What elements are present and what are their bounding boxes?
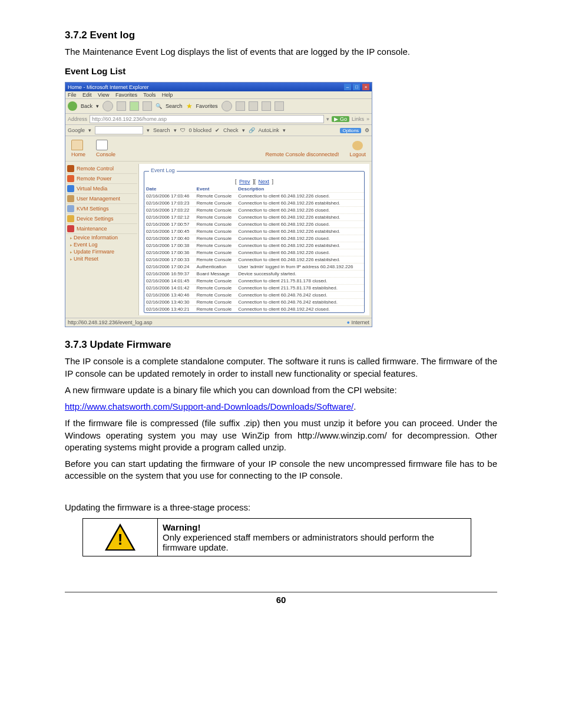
remote-status: Remote Console disconnected! (265, 151, 339, 157)
autolink-label: AutoLink (259, 127, 279, 133)
options-button[interactable]: Options (340, 128, 361, 133)
maximize-icon[interactable]: □ (353, 84, 360, 90)
table-row: 02/16/2006 16:59:37Board MessageDevice s… (144, 271, 364, 278)
forward-icon[interactable] (103, 101, 113, 111)
back-label: Back (81, 103, 92, 109)
table-row: 02/16/2006 17:00:57Remote ConsoleConnect… (144, 221, 364, 228)
pager: [ Prev ][ Next ] (144, 177, 364, 186)
sidebar-sub-event-log[interactable]: Event Log (70, 241, 137, 248)
table-row: 02/16/2006 17:02:12Remote ConsoleConnect… (144, 214, 364, 221)
paragraph: The IP console is a complete standalone … (65, 355, 497, 380)
device-settings-icon (67, 215, 74, 222)
next-link[interactable]: Next (259, 179, 270, 185)
screenshot-ie-window: Home - Microsoft Internet Explorer – □ ×… (65, 82, 372, 327)
sidebar-item-device-settings[interactable]: Device Settings (67, 214, 137, 224)
minimize-icon[interactable]: – (344, 84, 351, 90)
menu-file[interactable]: File (68, 92, 77, 98)
table-row: 02/16/2006 14:01:42Remote ConsoleConnect… (144, 285, 364, 292)
sidebar-item-user-management[interactable]: User Management (67, 194, 137, 204)
period: . (353, 401, 356, 411)
warning-icon: ! (105, 523, 135, 551)
logout-icon[interactable] (352, 141, 363, 150)
search-icon[interactable]: 🔍 (156, 103, 162, 109)
paragraph: Before you can start updating the firmwa… (65, 458, 497, 482)
warning-title: Warning! (163, 522, 200, 532)
table-row: 02/16/2006 17:00:33Remote ConsoleConnect… (144, 256, 364, 263)
prev-link[interactable]: Prev (239, 179, 250, 185)
sidebar-item-virtual-media[interactable]: Virtual Media (67, 184, 137, 194)
table-row: 02/16/2006 17:00:40Remote ConsoleConnect… (144, 235, 364, 242)
sidebar-item-kvm-settings[interactable]: KVM Settings (67, 204, 137, 214)
spellcheck-icon[interactable]: ✔ (215, 127, 220, 133)
table-row: 02/16/2006 17:03:23Remote ConsoleConnect… (144, 200, 364, 207)
warning-text: Only experienced staff members or admini… (163, 532, 434, 552)
favorites-icon[interactable]: ★ (186, 102, 193, 110)
table-row: 02/16/2006 17:00:38Remote ConsoleConnect… (144, 242, 364, 249)
table-row: 02/16/2006 17:00:24AuthenticationUser 'a… (144, 263, 364, 271)
links-label[interactable]: Links (352, 116, 364, 122)
google-search-input[interactable] (95, 126, 143, 134)
console-nav-icon[interactable] (96, 140, 108, 150)
table-row: 02/16/2006 17:00:45Remote ConsoleConnect… (144, 228, 364, 235)
app-top-nav: Home Console Remote Console disconnected… (65, 136, 372, 162)
ie-toolbar: Back ▾ 🔍 Search ★ Favorites (65, 99, 372, 114)
table-row: 02/16/2006 17:00:36Remote ConsoleConnect… (144, 249, 364, 256)
print-icon[interactable] (249, 101, 258, 111)
console-nav-label: Console (96, 151, 115, 157)
messenger-icon[interactable] (275, 101, 284, 111)
sidebar-sub-unit-reset[interactable]: Unit Reset (70, 255, 137, 262)
sidebar-item-remote-control[interactable]: Remote Control (67, 164, 137, 174)
history-icon[interactable] (222, 101, 232, 111)
address-input[interactable]: http://60.248.192.236/home.asp (90, 115, 324, 123)
download-link[interactable]: http://www.chatsworth.com/Support-and-Do… (65, 401, 353, 411)
subheading-event-log-list: Event Log List (65, 66, 497, 76)
status-bar: http://60.248.192.236/event_log.asp Inte… (65, 318, 372, 327)
sidebar-item-maintenance[interactable]: Maintenance (67, 224, 137, 234)
google-toolbar: Google▾ ▾ Search▾ 🛡 0 blocked ✔ Check▾ 🔗… (65, 125, 372, 136)
col-date: Date (144, 186, 195, 193)
home-icon[interactable] (143, 101, 152, 111)
paragraph: Updating the firmware is a three-stage p… (65, 502, 497, 513)
google-label: Google (68, 127, 85, 133)
refresh-icon[interactable] (130, 101, 139, 111)
home-nav-icon[interactable] (71, 140, 83, 150)
google-search-button[interactable]: Search (153, 127, 170, 133)
autolink-icon[interactable]: 🔗 (249, 127, 255, 133)
warning-box: ! Warning! Only experienced staff member… (82, 518, 471, 556)
popup-blocker-icon[interactable]: 🛡 (180, 127, 186, 133)
table-row: 02/16/2006 13:40:30Remote ConsoleConnect… (144, 299, 364, 306)
sidebar-item-remote-power[interactable]: Remote Power (67, 174, 137, 184)
menu-help[interactable]: Help (162, 92, 173, 98)
menu-view[interactable]: View (98, 92, 109, 98)
table-row: 02/16/2006 13:40:46Remote ConsoleConnect… (144, 292, 364, 299)
menu-tools[interactable]: Tools (143, 92, 156, 98)
settings-icon[interactable]: ⚙ (365, 127, 369, 133)
search-label: Search (166, 103, 183, 109)
back-icon[interactable] (68, 101, 77, 111)
stop-icon[interactable] (117, 101, 126, 111)
edit-icon[interactable] (262, 101, 271, 111)
sidebar-sub-device-info[interactable]: Device Information (70, 234, 137, 241)
window-title: Home - Microsoft Internet Explorer (68, 84, 149, 90)
paragraph: A new firmware update is a binary file w… (65, 384, 497, 396)
menu-favorites[interactable]: Favorites (115, 92, 137, 98)
page-number: 60 (65, 592, 497, 605)
mail-icon[interactable] (236, 101, 245, 111)
paragraph: The Maintenance Event Log displays the l… (65, 46, 497, 58)
heading-event-log: 3.7.2 Event log (65, 29, 497, 41)
table-row: 02/16/2006 17:03:46Remote ConsoleConnect… (144, 193, 364, 200)
col-event: Event (195, 186, 237, 193)
fieldset-legend: Event Log (149, 167, 177, 173)
address-bar: Address http://60.248.192.236/home.asp ▾… (65, 114, 372, 125)
kvm-settings-icon (67, 205, 74, 212)
event-log-table: Date Event Description 02/16/2006 17:03:… (144, 186, 364, 312)
status-url: http://60.248.192.236/event_log.asp (68, 319, 153, 325)
sidebar-sub-update-firmware[interactable]: Update Firmware (70, 248, 137, 255)
close-icon[interactable]: × (362, 84, 369, 90)
go-button[interactable]: ▶ Go (332, 116, 349, 122)
virtual-media-icon (67, 185, 74, 192)
status-zone: Internet (347, 319, 369, 325)
sidebar: Remote Control Remote Power Virtual Medi… (65, 162, 138, 318)
menu-edit[interactable]: Edit (82, 92, 92, 98)
favorites-label: Favorites (196, 103, 218, 109)
